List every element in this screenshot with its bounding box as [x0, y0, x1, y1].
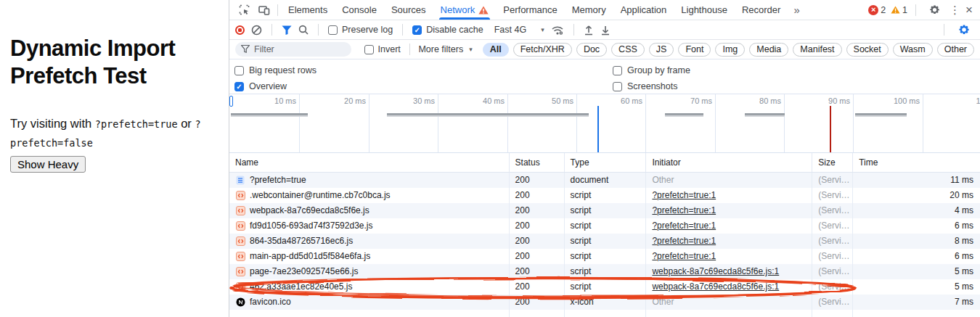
disable-cache-checkbox[interactable]: ✓	[412, 25, 422, 35]
network-settings-gear-icon[interactable]	[957, 23, 971, 36]
column-header-time[interactable]: Time	[853, 153, 980, 172]
chip-font[interactable]: Font	[678, 43, 711, 57]
tab-elements[interactable]: Elements	[281, 0, 335, 20]
big-request-rows-control[interactable]: Big request rows	[234, 65, 317, 75]
initiator-link[interactable]: ?prefetch=true:1	[652, 236, 716, 246]
script-icon	[235, 221, 245, 231]
tab-network[interactable]: Network	[433, 0, 497, 20]
inspect-element-icon[interactable]	[237, 4, 250, 17]
big-request-rows-label: Big request rows	[249, 65, 317, 75]
tab-network-label: Network	[441, 0, 475, 20]
request-time: 6 ms	[853, 249, 980, 264]
request-type: script	[565, 188, 647, 203]
more-tabs-icon[interactable]: »	[788, 4, 805, 16]
request-row-webpack[interactable]: webpack-8a7c69ecda8c5f6e.js 200 script ?…	[229, 203, 980, 218]
tab-performance[interactable]: Performance	[496, 0, 564, 20]
device-toolbar-icon[interactable]	[258, 4, 271, 17]
preserve-log-checkbox[interactable]	[328, 25, 338, 35]
column-header-size[interactable]: Size	[812, 153, 853, 172]
overview-control[interactable]: ✓ Overview	[234, 81, 287, 91]
request-table-body: ?prefetch=true 200 document Other (Servi…	[229, 173, 980, 317]
filter-input[interactable]	[235, 42, 351, 57]
invert-checkbox[interactable]	[364, 45, 374, 54]
chip-img[interactable]: Img	[715, 43, 745, 57]
network-overview-timeline[interactable]: 10 ms 20 ms 30 ms 40 ms 50 ms 60 ms 70 m…	[229, 94, 980, 153]
disable-cache-control[interactable]: ✓ Disable cache	[412, 25, 483, 35]
request-time: 5 ms	[853, 279, 980, 295]
chip-js[interactable]: JS	[649, 43, 674, 57]
network-conditions-icon[interactable]	[551, 25, 564, 36]
initiator-link[interactable]: webpack-8a7c69ecda8c5f6e.js:1	[652, 281, 779, 292]
show-heavy-button[interactable]: Show Heavy	[10, 156, 86, 173]
overflow-menu-icon[interactable]: ⋮	[950, 4, 960, 17]
filter-toggle-icon[interactable]	[282, 25, 292, 35]
request-row-favicon[interactable]: favicon.ico 200 x-icon Other (Servi… 7 m…	[229, 295, 980, 310]
initiator-link[interactable]: ?prefetch=true:1	[652, 251, 716, 261]
search-icon[interactable]	[298, 25, 309, 35]
chip-doc[interactable]: Doc	[576, 43, 607, 57]
invert-control[interactable]: Invert	[364, 44, 401, 54]
tab-application[interactable]: Application	[613, 0, 674, 20]
page-paragraph: Try visiting with ?prefetch=true or ?pre…	[10, 115, 216, 152]
warning-count-badge[interactable]: 1	[891, 5, 907, 15]
request-row-prefetch-true[interactable]: ?prefetch=true 200 document Other (Servi…	[229, 173, 980, 188]
column-header-status[interactable]: Status	[510, 153, 565, 172]
record-network-log-icon[interactable]	[235, 25, 245, 35]
group-by-frame-control[interactable]: Group by frame	[613, 65, 690, 75]
chip-wasm[interactable]: Wasm	[893, 43, 933, 57]
request-row-462-circled[interactable]: 462.a33aae1ec82e40e5.js 200 script webpa…	[229, 279, 980, 295]
request-type: script	[565, 203, 647, 218]
filter-input-wrap	[235, 42, 351, 57]
request-row-fd9d1056[interactable]: fd9d1056-693ad74f37592d3e.js 200 script …	[229, 218, 980, 234]
request-name: page-7ae23e0925745e66.js	[250, 264, 358, 279]
request-row-864[interactable]: 864-35da487265716ec6.js 200 script ?pref…	[229, 234, 980, 249]
column-header-type[interactable]: Type	[565, 153, 647, 172]
chip-other[interactable]: Other	[937, 43, 974, 57]
initiator-link[interactable]: webpack-8a7c69ecda8c5f6e.js:1	[652, 266, 779, 276]
chip-media[interactable]: Media	[749, 43, 788, 57]
overview-checkbox[interactable]: ✓	[234, 82, 244, 91]
tab-recorder[interactable]: Recorder	[735, 0, 788, 20]
export-har-icon[interactable]	[600, 25, 611, 36]
import-har-icon[interactable]	[584, 25, 594, 36]
column-header-name[interactable]: Name	[229, 153, 510, 172]
initiator-link[interactable]: ?prefetch=true:1	[652, 205, 716, 215]
preserve-log-control[interactable]: Preserve log	[328, 25, 393, 35]
close-devtools-icon[interactable]: ×	[965, 3, 973, 17]
clear-network-log-icon[interactable]	[251, 25, 262, 36]
request-size: (Servi…	[812, 295, 853, 310]
request-row-main-app[interactable]: main-app-dd5d01d5f584e6fa.js 200 script …	[229, 249, 980, 264]
tab-memory[interactable]: Memory	[565, 0, 613, 20]
settings-gear-icon[interactable]	[928, 4, 941, 17]
devtools-panel: Elements Console Sources Network Perform…	[229, 0, 980, 317]
tab-lighthouse[interactable]: Lighthouse	[674, 0, 735, 20]
more-filters-label: More filters	[418, 44, 463, 54]
overview-activity-bar	[387, 113, 589, 117]
throttling-select[interactable]: Fast 4G ▾	[494, 25, 544, 35]
chip-socket[interactable]: Socket	[846, 43, 889, 57]
overview-selection-handle[interactable]	[229, 96, 233, 107]
request-name: main-app-dd5d01d5f584e6fa.js	[250, 249, 370, 264]
chip-all[interactable]: All	[483, 43, 509, 57]
screenshots-checkbox[interactable]	[613, 82, 622, 91]
initiator-link[interactable]: ?prefetch=true:1	[652, 190, 716, 200]
big-request-rows-checkbox[interactable]	[234, 66, 244, 75]
chip-manifest[interactable]: Manifest	[793, 43, 841, 57]
group-by-frame-checkbox[interactable]	[613, 66, 622, 75]
request-initiator: Other	[646, 173, 812, 188]
tab-sources[interactable]: Sources	[384, 0, 433, 20]
tab-console[interactable]: Console	[335, 0, 384, 20]
more-filters-dropdown[interactable]: More filters ▾	[418, 44, 472, 54]
chip-css[interactable]: CSS	[611, 43, 645, 57]
screenshots-control[interactable]: Screenshots	[613, 81, 677, 91]
request-size: (Servi…	[812, 249, 853, 264]
error-count-badge[interactable]: × 2	[868, 5, 886, 15]
column-header-initiator[interactable]: Initiator	[646, 153, 812, 172]
timeline-tick: 60 ms	[576, 94, 646, 152]
request-size: (Servi…	[812, 234, 853, 249]
request-row-page[interactable]: page-7ae23e0925745e66.js 200 script webp…	[229, 264, 980, 279]
request-row-webcontainer-runtime[interactable]: .webcontainer@runtime.cb7c0bca.js 200 sc…	[229, 188, 980, 203]
initiator-link[interactable]: ?prefetch=true:1	[652, 221, 716, 231]
chip-fetch-xhr[interactable]: Fetch/XHR	[513, 43, 572, 57]
overview-activity-bar	[855, 113, 907, 117]
